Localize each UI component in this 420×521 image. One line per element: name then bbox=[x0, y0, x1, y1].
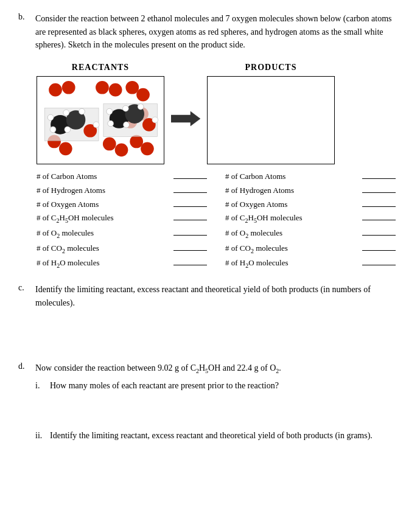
count-row: # of Hydrogen Atoms bbox=[37, 184, 207, 197]
svg-point-5 bbox=[136, 88, 150, 102]
count-blank bbox=[173, 265, 207, 265]
answer-space-di bbox=[35, 391, 402, 427]
reactants-products-section: REACTANTS bbox=[37, 63, 402, 164]
count-blank bbox=[173, 250, 207, 251]
sub-part-i: i. How many moles of each reactant are p… bbox=[35, 381, 402, 427]
count-blank bbox=[173, 192, 207, 193]
part-d: d. Now consider the reaction between 9.0… bbox=[18, 362, 402, 458]
count-blank bbox=[362, 220, 396, 220]
count-label: # of Oxygen Atoms bbox=[37, 198, 171, 211]
count-row: # of O2 molecules bbox=[37, 227, 207, 241]
part-b: b. Consider the reaction between 2 ethan… bbox=[18, 12, 402, 272]
svg-point-28 bbox=[107, 108, 113, 114]
reactants-column: REACTANTS bbox=[37, 63, 164, 164]
count-label: # of CO2 molecules bbox=[225, 242, 360, 256]
svg-point-3 bbox=[109, 83, 122, 97]
part-b-letter: b. bbox=[18, 12, 35, 22]
svg-point-2 bbox=[96, 81, 109, 94]
count-row: # of Oxygen Atoms bbox=[225, 198, 396, 211]
svg-point-33 bbox=[152, 117, 158, 123]
count-row: # of H2O molecules bbox=[225, 257, 396, 271]
reactants-box bbox=[37, 76, 164, 164]
sub-part-ii: ii. Identify the limiting reactant, exce… bbox=[35, 431, 402, 459]
products-box bbox=[207, 76, 335, 164]
count-row: # of Carbon Atoms bbox=[37, 170, 207, 183]
reactants-counts: # of Carbon Atoms # of Hydrogen Atoms # … bbox=[37, 170, 207, 272]
svg-point-10 bbox=[103, 138, 116, 151]
count-row: # of Carbon Atoms bbox=[225, 170, 396, 183]
count-blank bbox=[173, 178, 207, 179]
part-c: c. Identify the limiting reactant, exces… bbox=[18, 283, 402, 351]
products-counts: # of Carbon Atoms # of Hydrogen Atoms # … bbox=[225, 170, 396, 272]
count-label: # of C2H5OH molecules bbox=[37, 212, 171, 226]
count-label: # of Hydrogen Atoms bbox=[37, 184, 171, 197]
count-row: # of O2 molecules bbox=[225, 227, 396, 241]
counts-section: # of Carbon Atoms # of Hydrogen Atoms # … bbox=[37, 170, 402, 272]
sub-i-text: How many moles of each reactant are pres… bbox=[50, 381, 279, 391]
count-row: # of C2H5OH molecules bbox=[225, 212, 396, 226]
svg-point-21 bbox=[79, 108, 85, 114]
svg-point-4 bbox=[125, 81, 139, 94]
svg-point-9 bbox=[59, 142, 72, 156]
svg-point-1 bbox=[62, 81, 75, 94]
svg-point-18 bbox=[47, 114, 54, 121]
sub-ii-text: Identify the limiting reactant, excess r… bbox=[50, 431, 373, 441]
reaction-arrow-container bbox=[164, 63, 207, 128]
count-row: # of Hydrogen Atoms bbox=[225, 184, 396, 197]
count-row: # of C2H5OH molecules bbox=[37, 212, 207, 226]
count-blank bbox=[362, 192, 396, 193]
part-c-text: Identify the limiting reactant, excess r… bbox=[35, 283, 402, 309]
svg-point-12 bbox=[130, 135, 143, 149]
count-label: # of H2O molecules bbox=[37, 257, 171, 271]
count-label: # of Oxygen Atoms bbox=[225, 198, 360, 211]
count-label: # of Carbon Atoms bbox=[225, 170, 360, 183]
svg-point-13 bbox=[141, 142, 154, 156]
count-blank bbox=[362, 178, 396, 179]
sub-i-label: i. bbox=[35, 381, 50, 391]
count-blank bbox=[173, 220, 207, 220]
svg-point-0 bbox=[49, 83, 62, 97]
count-blank bbox=[173, 235, 207, 236]
svg-marker-34 bbox=[171, 111, 200, 126]
svg-point-32 bbox=[123, 122, 129, 128]
answer-space-c bbox=[18, 314, 402, 351]
sub-part-i-wrap: i. How many moles of each reactant are p… bbox=[35, 381, 402, 391]
svg-point-31 bbox=[138, 103, 144, 110]
part-c-letter: c. bbox=[18, 283, 35, 293]
count-label: # of H2O molecules bbox=[225, 257, 360, 271]
count-blank bbox=[362, 235, 396, 236]
svg-point-23 bbox=[93, 122, 99, 128]
part-d-letter: d. bbox=[18, 362, 35, 371]
svg-point-22 bbox=[65, 127, 71, 133]
count-label: # of C2H5OH molecules bbox=[225, 212, 360, 226]
count-label: # of Carbon Atoms bbox=[37, 170, 171, 183]
answer-space-dii bbox=[35, 441, 402, 459]
reactants-label: REACTANTS bbox=[72, 63, 129, 72]
count-row: # of Oxygen Atoms bbox=[37, 198, 207, 211]
count-row: # of CO2 molecules bbox=[225, 242, 396, 256]
part-d-text: Now consider the reaction between 9.02 g… bbox=[35, 362, 402, 376]
svg-point-20 bbox=[63, 110, 69, 116]
products-label: PRODUCTS bbox=[245, 63, 296, 72]
svg-point-29 bbox=[108, 121, 114, 127]
count-blank bbox=[362, 250, 396, 251]
svg-point-11 bbox=[115, 144, 128, 157]
part-b-text: Consider the reaction between 2 ethanol … bbox=[35, 12, 402, 52]
count-label: # of CO2 molecules bbox=[37, 242, 171, 256]
sub-ii-label: ii. bbox=[35, 431, 50, 441]
count-row: # of CO2 molecules bbox=[37, 242, 207, 256]
count-label: # of O2 molecules bbox=[37, 227, 171, 241]
svg-point-30 bbox=[122, 105, 128, 111]
count-blank bbox=[362, 265, 396, 265]
count-row: # of H2O molecules bbox=[37, 257, 207, 271]
reaction-arrow-icon bbox=[171, 109, 200, 128]
count-label: # of Hydrogen Atoms bbox=[225, 184, 360, 197]
svg-point-19 bbox=[50, 127, 56, 133]
count-blank bbox=[173, 206, 207, 207]
count-label: # of O2 molecules bbox=[225, 227, 360, 241]
sub-part-ii-wrap: ii. Identify the limiting reactant, exce… bbox=[35, 431, 402, 441]
count-blank bbox=[362, 206, 396, 207]
reactants-svg bbox=[37, 77, 164, 164]
products-column: PRODUCTS bbox=[207, 63, 335, 164]
